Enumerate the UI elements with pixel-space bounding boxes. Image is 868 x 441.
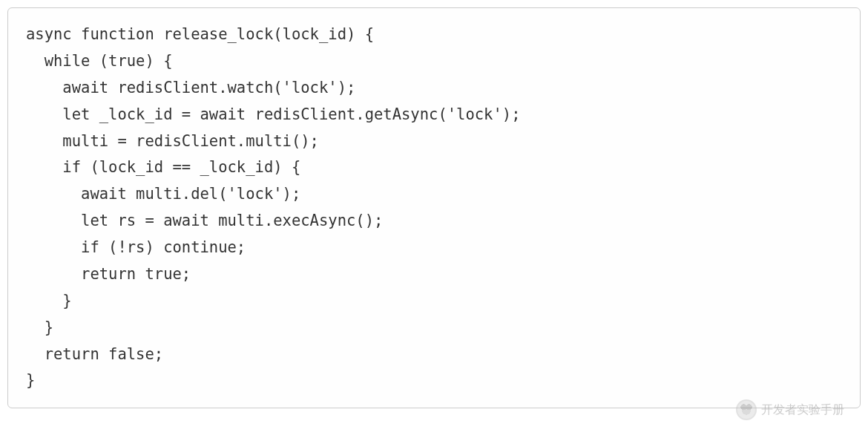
code-line: async function release_lock(lock_id) { [26, 22, 842, 48]
code-line: let _lock_id = await redisClient.getAsyn… [26, 102, 842, 128]
code-line: if (!rs) continue; [26, 235, 842, 261]
code-line: } [26, 368, 842, 394]
code-line: await multi.del('lock'); [26, 181, 842, 208]
code-line: multi = redisClient.multi(); [26, 128, 842, 155]
watermark: 开发者实验手册 [736, 399, 844, 420]
code-line: } [26, 315, 842, 342]
code-block: async function release_lock(lock_id) { w… [7, 7, 861, 408]
code-line: return false; [26, 342, 842, 368]
code-line: if (lock_id == _lock_id) { [26, 154, 842, 181]
code-line: } [26, 288, 842, 315]
code-line: await redisClient.watch('lock'); [26, 75, 842, 102]
code-line: let rs = await multi.execAsync(); [26, 208, 842, 235]
wechat-icon [736, 399, 757, 420]
code-line: return true; [26, 261, 842, 288]
code-line: while (true) { [26, 48, 842, 75]
watermark-text: 开发者实验手册 [761, 402, 844, 418]
